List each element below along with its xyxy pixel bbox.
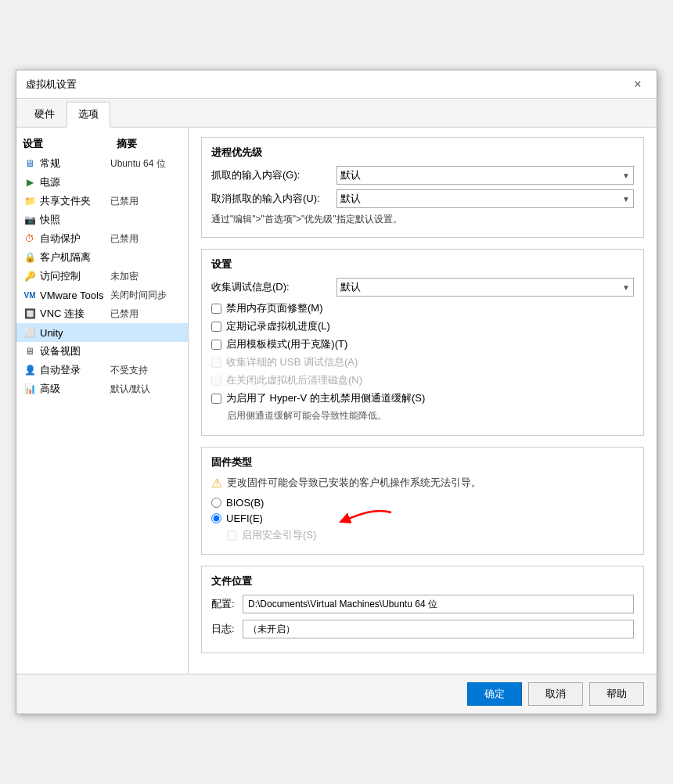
ok-button[interactable]: 确定 [467,682,522,706]
log-progress-label: 定期记录虚拟机进度(L) [226,319,330,333]
sidebar-item-auto-protect[interactable]: ⏱ 自动保护 已禁用 [16,229,188,248]
checkbox-secure-boot: 启用安全引导(S) [227,528,634,542]
checkbox-log-progress: 定期记录虚拟机进度(L) [211,319,634,333]
sidebar-item-power[interactable]: ▶ 电源 [16,173,188,192]
firmware-title: 固件类型 [211,455,634,469]
tab-hardware[interactable]: 硬件 [23,102,67,127]
sidebar-value-general: Ubuntu 64 位 [110,157,166,171]
cancel-button[interactable]: 取消 [528,682,583,706]
sidebar-label-power: 电源 [40,175,110,189]
checkbox-disable-memory: 禁用内存页面修整(M) [211,301,634,315]
process-priority-title: 进程优先级 [211,146,634,160]
sidebar-label-auto-login: 自动登录 [40,363,110,377]
debug-select[interactable]: 默认 ▼ [336,278,634,297]
tabs-bar: 硬件 选项 [16,99,657,128]
sidebar-label-guest-isolation: 客户机隔离 [40,250,110,264]
radio-uefi-row: UEFI(E) [211,512,634,524]
content-area: 设置 摘要 🖥 常规 Ubuntu 64 位 ▶ 电源 📁 共享文件夹 已禁用 … [16,128,657,674]
sidebar-header: 设置 摘要 [16,134,188,154]
sidebar-item-advanced[interactable]: 📊 高级 默认/默认 [16,379,188,398]
sidebar-item-vnc[interactable]: 🔲 VNC 连接 已禁用 [16,304,188,323]
process-priority-section: 进程优先级 抓取的输入内容(G): 默认 ▼ 取消抓取的输入内容(U): 默认 … [201,137,644,238]
clean-disk-label: 在关闭此虚拟机后清理磁盘(N) [226,373,362,387]
sidebar-value-auto-protect: 已禁用 [110,232,139,246]
tab-options[interactable]: 选项 [67,102,110,128]
sidebar-col-settings: 设置 [23,137,117,151]
advanced-icon: 📊 [23,382,37,396]
sidebar-item-unity[interactable]: ⬜ Unity [16,323,188,342]
vmware-tools-icon: VM [23,288,37,302]
vnc-icon: 🔲 [23,307,37,321]
red-arrow-annotation [336,506,399,530]
log-input[interactable] [243,620,634,638]
config-label: 配置: [211,597,243,611]
template-mode-checkbox[interactable] [211,340,221,350]
sidebar-item-access-control[interactable]: 🔑 访问控制 未加密 [16,267,188,286]
device-view-icon: 🖥 [23,344,37,358]
sidebar-value-vnc: 已禁用 [110,307,139,321]
file-location-title: 文件位置 [211,574,634,588]
sidebar-col-summary: 摘要 [117,137,182,151]
hyper-v-checkbox[interactable] [211,394,221,404]
checkbox-clean-disk: 在关闭此虚拟机后清理磁盘(N) [211,373,634,387]
release-label: 取消抓取的输入内容(U): [211,192,336,206]
debug-label: 收集调试信息(D): [211,280,336,294]
config-input[interactable] [243,595,634,613]
sidebar-item-general[interactable]: 🖥 常规 Ubuntu 64 位 [16,154,188,173]
uefi-label: UEFI(E) [226,512,263,524]
checkbox-usb-debug: 收集详细的 USB 调试信息(A) [211,355,634,369]
capture-row: 抓取的输入内容(G): 默认 ▼ [211,166,634,185]
sidebar-item-shared-folders[interactable]: 📁 共享文件夹 已禁用 [16,192,188,210]
sidebar-item-device-view[interactable]: 🖥 设备视图 [16,342,188,361]
bottom-bar: 确定 取消 帮助 [16,674,657,714]
debug-value: 默认 [340,280,361,294]
sidebar-value-advanced: 默认/默认 [110,383,150,396]
firmware-warning: ⚠ 更改固件可能会导致已安装的客户机操作系统无法引导。 [211,476,634,491]
capture-arrow-icon: ▼ [622,171,630,180]
right-panel: 进程优先级 抓取的输入内容(G): 默认 ▼ 取消抓取的输入内容(U): 默认 … [189,128,657,674]
sidebar-label-shared: 共享文件夹 [40,194,110,208]
checkbox-template-mode: 启用模板模式(用于克隆)(T) [211,337,634,351]
debug-row: 收集调试信息(D): 默认 ▼ [211,278,634,297]
log-progress-checkbox[interactable] [211,322,221,332]
sidebar-item-auto-login[interactable]: 👤 自动登录 不受支持 [16,361,188,379]
log-label: 日志: [211,622,243,636]
debug-arrow-icon: ▼ [622,283,630,292]
sidebar-label-device-view: 设备视图 [40,344,110,358]
checkbox-hyper-v: 为启用了 Hyper-V 的主机禁用侧通道缓解(S) [211,391,634,405]
sidebar-value-access-control: 未加密 [110,270,139,283]
file-location-section: 文件位置 配置: 日志: [201,566,644,653]
sidebar-item-guest-isolation[interactable]: 🔒 客户机隔离 [16,248,188,267]
sidebar-label-general: 常规 [40,156,110,171]
snapshots-icon: 📷 [23,213,37,227]
capture-value: 默认 [340,168,361,182]
release-row: 取消抓取的输入内容(U): 默认 ▼ [211,189,634,208]
disable-memory-checkbox[interactable] [211,304,221,314]
config-row: 配置: [211,595,634,613]
capture-select[interactable]: 默认 ▼ [336,166,634,185]
sidebar-item-snapshots[interactable]: 📷 快照 [16,210,188,229]
sidebar-label-snapshots: 快照 [40,213,110,227]
release-select[interactable]: 默认 ▼ [336,189,634,208]
sidebar-item-vmware-tools[interactable]: VM VMware Tools 关闭时间同步 [16,286,188,304]
title-bar: 虚拟机设置 × [16,70,657,99]
firmware-warning-text: 更改固件可能会导致已安装的客户机操作系统无法引导。 [227,476,481,490]
vm-settings-dialog: 虚拟机设置 × 硬件 选项 设置 摘要 🖥 常规 Ubuntu 64 位 ▶ 电… [16,70,657,714]
sidebar-value-vmware-tools: 关闭时间同步 [110,289,167,302]
sidebar-label-vnc: VNC 连接 [40,307,110,321]
shared-folders-icon: 📁 [23,194,37,208]
secure-boot-label: 启用安全引导(S) [242,528,316,542]
guest-isolation-icon: 🔒 [23,250,37,264]
sidebar-label-unity: Unity [40,327,110,339]
bios-radio[interactable] [211,498,221,508]
close-button[interactable]: × [628,75,647,94]
priority-note: 通过"编辑">"首选项">"优先级"指定默认设置。 [211,213,634,226]
bios-label: BIOS(B) [226,497,264,509]
usb-debug-label: 收集详细的 USB 调试信息(A) [226,355,358,369]
radio-bios-row: BIOS(B) [211,497,634,509]
sidebar: 设置 摘要 🖥 常规 Ubuntu 64 位 ▶ 电源 📁 共享文件夹 已禁用 … [16,128,189,674]
help-button[interactable]: 帮助 [589,682,644,706]
unity-icon: ⬜ [23,325,37,340]
power-icon: ▶ [23,175,37,189]
uefi-radio[interactable] [211,513,221,523]
